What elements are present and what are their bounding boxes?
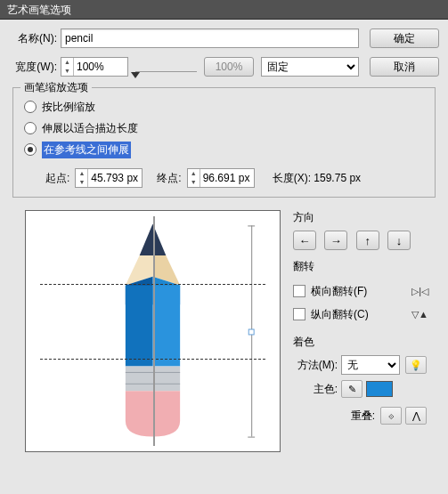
- cancel-button[interactable]: 取消: [370, 57, 439, 77]
- center-guide: [153, 216, 155, 446]
- step-down-icon[interactable]: ▼: [61, 67, 73, 76]
- end-input[interactable]: [200, 169, 254, 187]
- svg-rect-13: [248, 329, 254, 335]
- name-label: 名称(N):: [9, 31, 61, 46]
- overlap-opt2-button[interactable]: ⋀: [405, 407, 427, 425]
- dir-right-button[interactable]: →: [324, 231, 347, 250]
- dir-up-button[interactable]: ↑: [356, 231, 379, 250]
- keycolor-label: 主色:: [293, 382, 341, 397]
- scale-options-group: 画笔缩放选项 按比例缩放 伸展以适合描边长度 在参考线之间伸展 起点: ▲▼ 终…: [12, 87, 436, 198]
- step-up-icon[interactable]: ▲: [61, 58, 73, 67]
- start-stepper[interactable]: ▲▼: [75, 168, 143, 188]
- window-title: 艺术画笔选项: [0, 0, 448, 20]
- colorize-label: 着色: [293, 335, 430, 350]
- start-label: 起点:: [45, 171, 69, 186]
- end-stepper[interactable]: ▲▼: [187, 168, 255, 188]
- radio-scale-proportional[interactable]: 按比例缩放: [24, 97, 424, 117]
- flip-v-icon: ▽▲: [411, 309, 430, 320]
- colorize-tip-button[interactable]: 💡: [405, 356, 427, 374]
- svg-rect-6: [153, 286, 181, 367]
- overlap-opt1-button[interactable]: ⟐: [380, 407, 402, 425]
- svg-rect-12: [248, 437, 255, 438]
- scale-group-title: 画笔缩放选项: [20, 80, 92, 95]
- svg-rect-11: [248, 225, 255, 226]
- radio-label: 按比例缩放: [42, 100, 95, 115]
- flip-label: 翻转: [293, 259, 430, 274]
- radio-label: 伸展以适合描边长度: [42, 121, 138, 136]
- width-label: 宽度(W):: [9, 60, 61, 75]
- start-input[interactable]: [88, 169, 142, 187]
- svg-rect-5: [126, 286, 153, 367]
- flip-h-icon: ▷|◁: [411, 286, 430, 297]
- length-label: 长度(X): 159.75 px: [273, 171, 361, 186]
- dir-down-button[interactable]: ↓: [387, 231, 411, 250]
- method-select[interactable]: 无: [341, 355, 400, 375]
- keycolor-swatch[interactable]: [366, 381, 393, 397]
- dir-left-button[interactable]: ←: [293, 231, 316, 250]
- radio-label: 在参考线之间伸展: [42, 142, 131, 158]
- radio-stretch-fit[interactable]: 伸展以适合描边长度: [24, 118, 424, 138]
- width-mode-select[interactable]: 固定: [261, 57, 359, 77]
- radio-stretch-guides[interactable]: 在参考线之间伸展: [24, 140, 424, 159]
- flip-vertical-check[interactable]: 纵向翻转(C)▽▲: [293, 303, 430, 326]
- width-stepper[interactable]: ▲▼: [61, 57, 128, 77]
- name-input[interactable]: [61, 28, 359, 48]
- overlap-label: 重叠:: [351, 409, 375, 424]
- width-input[interactable]: [74, 58, 127, 76]
- width-reset-button: 100%: [204, 57, 254, 77]
- flip-h-label: 横向翻转(F): [311, 284, 367, 299]
- slider-handle-icon[interactable]: [131, 72, 140, 78]
- direction-label: 方向: [293, 210, 430, 225]
- method-label: 方法(M):: [293, 358, 341, 373]
- flip-v-label: 纵向翻转(C): [311, 307, 369, 322]
- eyedropper-button[interactable]: ✎: [341, 380, 362, 398]
- end-label: 终点:: [157, 171, 181, 186]
- brush-preview: [25, 210, 281, 452]
- ok-button[interactable]: 确定: [370, 28, 439, 48]
- flip-horizontal-check[interactable]: 横向翻转(F)▷|◁: [293, 279, 430, 303]
